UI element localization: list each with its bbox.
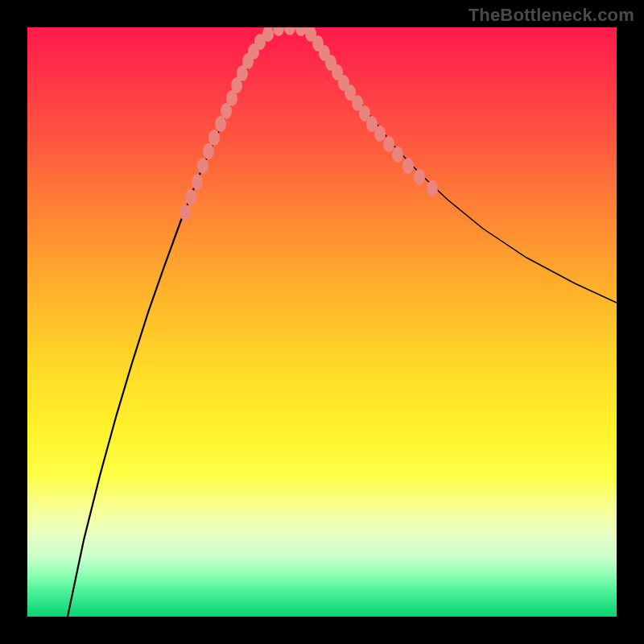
curve-layer	[68, 27, 617, 617]
right-marker	[427, 180, 438, 196]
left-marker	[208, 130, 220, 146]
right-marker	[383, 136, 394, 152]
chart-frame: TheBottleneck.com	[0, 0, 644, 644]
watermark-text: TheBottleneck.com	[469, 5, 634, 26]
plot-area	[27, 27, 617, 617]
right-curve-path	[308, 31, 617, 303]
left-marker	[185, 189, 196, 205]
left-marker	[197, 158, 208, 174]
right-marker	[414, 169, 425, 185]
right-marker	[402, 158, 414, 174]
valley-marker	[273, 27, 284, 36]
valley-marker	[284, 27, 295, 35]
right-marker	[374, 126, 386, 142]
valley-marker	[295, 27, 307, 36]
left-marker	[203, 143, 214, 159]
left-curve-path	[68, 31, 270, 617]
chart-svg	[27, 27, 617, 617]
right-marker	[392, 147, 403, 163]
left-marker	[180, 204, 191, 221]
marker-layer	[180, 27, 438, 221]
left-marker	[192, 174, 203, 190]
